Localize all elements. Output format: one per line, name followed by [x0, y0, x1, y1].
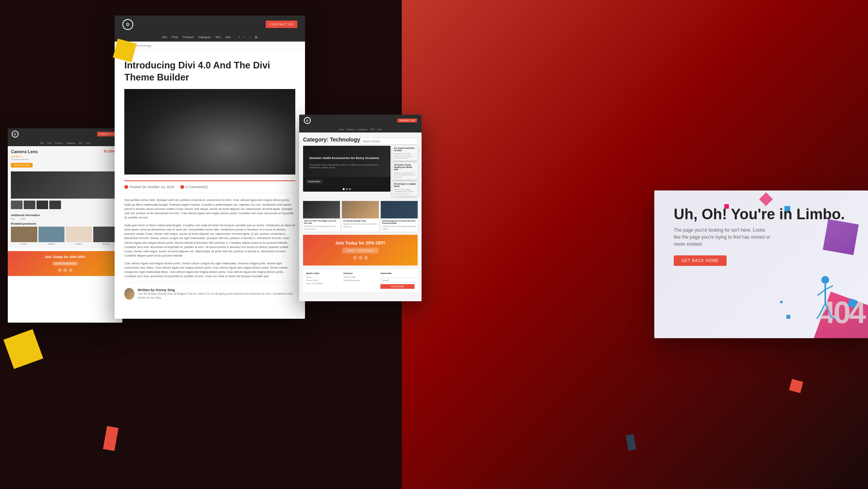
- article-3[interactable]: Introducing Divi 4.0 And The Divi Theme …: [381, 201, 418, 232]
- dot-3[interactable]: [349, 188, 351, 190]
- social-f[interactable]: f: [239, 35, 240, 39]
- blog-body-3: Cras ultrices ligula sed magna dictum po…: [124, 261, 295, 279]
- article-2-text: Vestibulum ac diam sit amet quam vehicul…: [342, 223, 379, 229]
- social-i[interactable]: i: [250, 35, 251, 39]
- blog-content: Introducing Divi 4.0 And The Divi Theme …: [115, 51, 305, 307]
- thumb-3[interactable]: [37, 201, 48, 209]
- related-3[interactable]: [66, 227, 92, 242]
- quick-link-privacy[interactable]: Privacy Policy: [306, 279, 340, 282]
- connect-phone: (555) 55-5555: [343, 276, 378, 279]
- blog-nav-join[interactable]: Join: [225, 35, 231, 39]
- svg-line-4: [819, 303, 825, 315]
- thumb-4[interactable]: [49, 201, 61, 209]
- quick-link-terms[interactable]: Terms & Conditions: [306, 282, 340, 285]
- product-img-placeholder: [11, 171, 119, 199]
- back-home-button[interactable]: GET BACK HOME: [674, 255, 727, 266]
- featured-title: Summer Outfit Accessories for Every Occa…: [306, 153, 387, 163]
- quick-link-home[interactable]: Home: [306, 276, 340, 279]
- dot-1[interactable]: [343, 188, 345, 190]
- article-3-text: Nulla quis lorem ut libero malesuada feu…: [381, 225, 418, 232]
- nav-product[interactable]: Product: [55, 142, 63, 144]
- thumb-1[interactable]: [11, 201, 23, 209]
- read-more-button[interactable]: Read More: [306, 180, 322, 183]
- contact-btn-cat[interactable]: CONTACT US: [397, 119, 417, 122]
- category-header: D CONTACT US: [299, 115, 422, 126]
- author-info: Written by Kenny Sing I am the Design Di…: [138, 288, 295, 300]
- sidebar-card-1: Our Travel Food Picks for 2019 Sed portt…: [392, 146, 418, 161]
- join-banner-large-title: Join Today for 20% OFF!: [309, 241, 412, 245]
- subscribe-email-input[interactable]: [380, 278, 415, 283]
- join-facebook-icon[interactable]: f: [353, 256, 357, 260]
- thumb-2[interactable]: [24, 201, 35, 209]
- blog-nav-product[interactable]: Product: [183, 35, 193, 39]
- limbo-panel: Uh, Oh! You're in Limbo. The page you're…: [654, 190, 868, 338]
- nav-divi[interactable]: Divi: [40, 142, 44, 144]
- svg-point-0: [821, 276, 829, 284]
- footer-quick-links: Quick Links Home Privacy Policy Terms & …: [306, 272, 340, 289]
- category-nav: Post Product Category 404 Join: [299, 126, 422, 133]
- article-1[interactable]: How To Pick The Right Lens for the Job S…: [303, 201, 340, 232]
- product-thumbnails: [11, 201, 119, 209]
- join-banner-title: Join Today for 20% OFF!: [12, 255, 119, 259]
- blog-nav-category[interactable]: Category: [198, 35, 211, 39]
- join-instagram-icon[interactable]: i: [364, 256, 368, 260]
- blog-nav-404[interactable]: 404: [215, 35, 220, 39]
- sidebar-title-1: Our Travel Food Picks for 2019: [392, 146, 418, 153]
- deco-shape-red-1: [103, 426, 119, 451]
- nav-404[interactable]: 404: [79, 142, 83, 144]
- social-t[interactable]: t: [244, 35, 245, 39]
- facebook-icon[interactable]: f: [58, 268, 62, 272]
- category-panel: D CONTACT US Post Product Category 404 J…: [299, 115, 422, 301]
- nav-category[interactable]: Category: [66, 142, 75, 144]
- blog-body-2: Nulla quis lorem ut libero malesuada feu…: [124, 223, 295, 258]
- social-icons: f t i: [12, 268, 119, 272]
- add-to-cart-button[interactable]: ADD TO CART: [11, 163, 33, 168]
- author-name: Written by Kenny Sing: [138, 288, 295, 292]
- related-1[interactable]: [11, 227, 37, 242]
- social-y[interactable]: ▶: [255, 35, 258, 39]
- dot-2[interactable]: [346, 188, 348, 190]
- instagram-icon[interactable]: i: [69, 268, 73, 272]
- nav-join[interactable]: Join: [86, 142, 90, 144]
- shop-sale-btn[interactable]: SHOP YOUR SALE: [342, 248, 378, 253]
- blog-date: Posted On October 14, 2019: [124, 185, 174, 189]
- connect-title: Connect: [343, 272, 378, 274]
- cat-nav-category[interactable]: Category: [358, 128, 367, 131]
- contact-button-mid[interactable]: CONTACT US: [266, 21, 297, 28]
- article-3-img: [381, 201, 418, 218]
- featured-excerpt: Sed porttitor lectus nibh porttitor at s…: [306, 164, 387, 169]
- svg-line-6: [817, 315, 819, 319]
- connect-email[interactable]: info@company.com: [343, 279, 378, 282]
- svg-line-7: [831, 317, 835, 319]
- cat-nav-product[interactable]: Product: [347, 128, 355, 131]
- blog-hero-image: [124, 89, 295, 175]
- car-shape: [124, 89, 295, 175]
- product-nav: Divi Post Product Category 404 Join: [8, 140, 122, 146]
- blog-comments: 0 Comment(s): [180, 185, 208, 189]
- footer-subscribe: Subscribe SUBSCRIBE: [380, 272, 415, 289]
- blog-meta: Posted On October 14, 2019 0 Comment(s): [124, 180, 295, 193]
- blog-nav-divi[interactable]: Divi: [162, 35, 167, 39]
- blue-square-1: [786, 315, 790, 319]
- breadcrumb: ■ Divi | Technology: [115, 42, 305, 50]
- join-twitter-icon[interactable]: t: [359, 256, 363, 260]
- limbo-title: Uh, Oh! You're in Limbo.: [674, 206, 849, 223]
- divi-logo: D: [12, 131, 19, 138]
- twitter-icon[interactable]: t: [63, 268, 67, 272]
- nav-post[interactable]: Post: [47, 142, 52, 144]
- join-banner-large: Join Today for 20% OFF! SHOP YOUR SALE f…: [303, 235, 418, 265]
- subscribe-button[interactable]: SUBSCRIBE: [380, 284, 415, 289]
- author-bio: I am the Design Director here at Elegant…: [138, 292, 295, 300]
- quick-links-title: Quick Links: [306, 272, 340, 274]
- related-2[interactable]: [38, 227, 65, 242]
- featured-card-image: Summer Outfit Accessories for Every Occa…: [303, 146, 390, 177]
- cat-nav-post[interactable]: Post: [339, 128, 343, 131]
- cat-nav-404[interactable]: 404: [371, 128, 375, 131]
- blog-nav-post[interactable]: Post: [172, 35, 178, 39]
- article-2[interactable]: 10 Interior Design Tips Vestibulum ac di…: [342, 201, 379, 232]
- sidebar-text-2: Vestibulum ac diam sit amet quam vehicul…: [392, 172, 418, 180]
- cat-nav-join[interactable]: Join: [378, 128, 382, 131]
- sidebar-card-2: 12 Fashion Trends Heading Into Winter 20…: [392, 162, 418, 180]
- shop-sale-button[interactable]: SHOP YOUR SALE: [52, 262, 78, 265]
- search-input[interactable]: [360, 138, 418, 145]
